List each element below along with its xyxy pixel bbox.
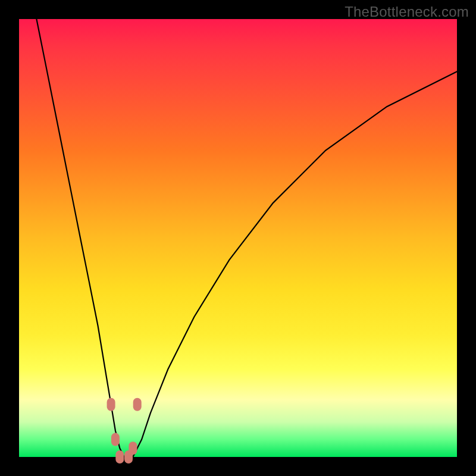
marker-dot	[115, 450, 124, 464]
marker-dot	[111, 433, 120, 446]
curve-layer	[19, 19, 457, 457]
bottleneck-curve	[36, 19, 457, 457]
chart-frame: TheBottleneck.com	[0, 0, 476, 476]
marker-dot	[133, 398, 142, 411]
curve-markers	[107, 398, 142, 464]
marker-dot	[107, 398, 115, 411]
marker-dot	[129, 441, 137, 455]
watermark-text: TheBottleneck.com	[345, 4, 469, 20]
